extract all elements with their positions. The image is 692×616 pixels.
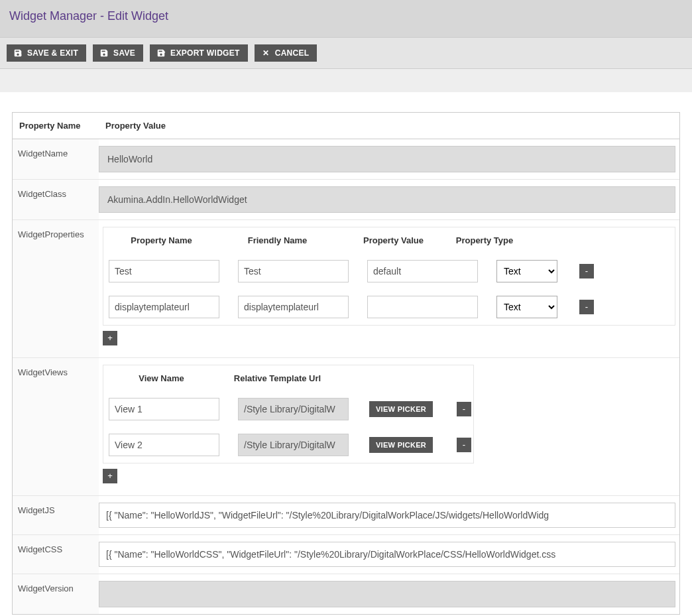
row-widget-properties: WidgetProperties Property Name Friendly … [13,220,679,358]
prop-header-type: Property Type [451,227,518,253]
toolbar: SAVE & EXIT SAVE EXPORT WIDGET ✕ CANCEL [0,37,692,69]
row-widget-js: WidgetJS [13,496,679,535]
prop-value-input[interactable] [367,296,478,318]
cancel-button[interactable]: ✕ CANCEL [255,44,317,62]
row-widget-css: WidgetCSS [13,535,679,574]
view-header-name: View Name [103,365,219,391]
prop-name-input[interactable] [109,296,219,318]
prop-remove-button[interactable]: - [579,300,594,314]
prop-friendly-input[interactable] [238,296,349,318]
prop-type-select[interactable]: Text [496,296,557,318]
header-property-value: Property Value [99,113,679,139]
view-row: VIEW PICKER - [103,427,473,463]
cancel-label: CANCEL [275,48,310,58]
row-widget-views: WidgetViews View Name Relative Template … [13,358,679,496]
prop-name-input[interactable] [109,260,219,282]
prop-header-friendly: Friendly Name [219,227,335,253]
save-and-exit-button[interactable]: SAVE & EXIT [7,44,86,62]
view-add-button[interactable]: + [103,469,117,483]
label-widget-properties: WidgetProperties [13,220,99,357]
view-row: VIEW PICKER - [103,391,473,427]
prop-header-value: Property Value [335,227,451,253]
view-url-input[interactable] [238,434,349,456]
properties-table: Property Name Property Value WidgetName … [12,112,680,615]
prop-add-button[interactable]: + [103,331,117,345]
header-property-name: Property Name [13,113,99,139]
export-label: EXPORT WIDGET [170,48,240,58]
table-header-row: Property Name Property Value [13,113,679,139]
property-row: Text - [103,289,675,325]
view-remove-button[interactable]: - [457,438,471,452]
save-exit-icon [13,48,23,58]
view-url-input[interactable] [238,398,349,420]
row-widget-name: WidgetName [13,139,679,180]
save-label: SAVE [113,48,135,58]
page-title: Widget Manager - Edit Widget [9,9,683,23]
view-name-input[interactable] [109,434,219,456]
widget-class-input[interactable] [99,186,675,213]
view-picker-button[interactable]: VIEW PICKER [369,437,433,453]
spacer-strip [0,69,692,92]
label-widget-css: WidgetCSS [13,535,99,574]
prop-header-name: Property Name [103,227,219,253]
export-widget-button[interactable]: EXPORT WIDGET [150,44,248,62]
view-remove-button[interactable]: - [457,402,471,416]
row-widget-class: WidgetClass [13,180,679,220]
properties-inner-header: Property Name Friendly Name Property Val… [103,227,675,253]
save-exit-label: SAVE & EXIT [27,48,78,58]
view-header-url: Relative Template Url [219,365,335,391]
header-bar: Widget Manager - Edit Widget [0,0,692,37]
views-inner-header: View Name Relative Template Url [103,365,473,391]
label-widget-name: WidgetName [13,139,99,179]
save-button[interactable]: SAVE [93,44,143,62]
export-icon [156,48,166,58]
prop-friendly-input[interactable] [238,260,349,282]
label-widget-version: WidgetVersion [13,574,99,614]
widget-name-input[interactable] [99,146,675,172]
label-widget-views: WidgetViews [13,358,99,495]
widget-js-input[interactable] [99,503,675,528]
widget-css-input[interactable] [99,542,675,567]
views-inner-table: View Name Relative Template Url VIEW PIC… [103,365,474,463]
content-wrap: Property Name Property Value WidgetName … [0,92,692,615]
row-widget-version: WidgetVersion [13,574,679,614]
properties-inner-table: Property Name Friendly Name Property Val… [103,227,675,326]
view-picker-button[interactable]: VIEW PICKER [369,401,433,417]
save-icon [99,48,109,58]
prop-value-input[interactable] [367,260,478,282]
view-name-input[interactable] [109,398,219,420]
label-widget-js: WidgetJS [13,496,99,534]
prop-type-select[interactable]: Text [496,260,557,282]
label-widget-class: WidgetClass [13,180,99,219]
prop-remove-button[interactable]: - [579,264,594,278]
close-icon: ✕ [261,48,270,58]
property-row: Text - [103,253,675,289]
widget-version-input[interactable] [99,581,675,607]
